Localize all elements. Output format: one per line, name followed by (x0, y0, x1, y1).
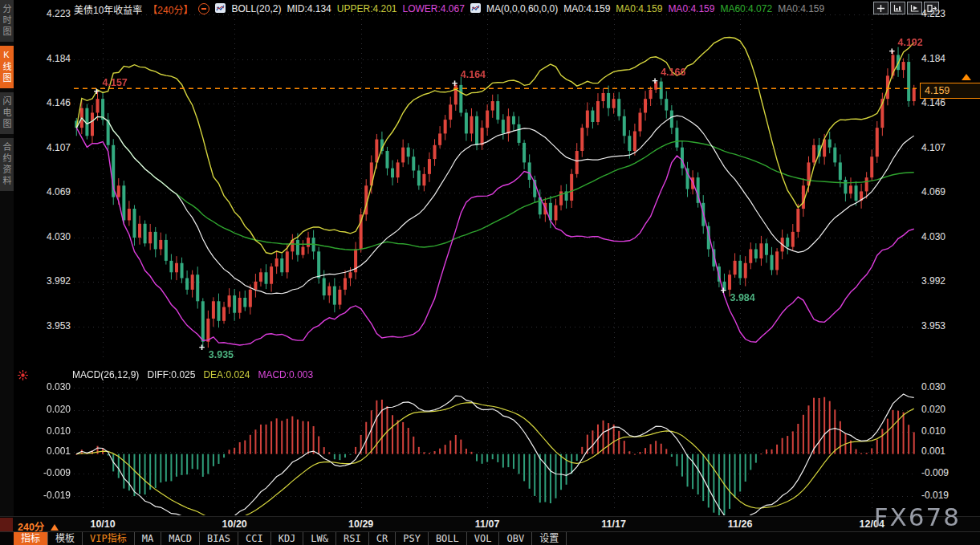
date-tick: 11/26 (712, 519, 768, 530)
macd-tick-left: 0.030 (32, 381, 71, 392)
macd-tick-left: -0.019 (32, 490, 71, 501)
macd-chart-canvas[interactable] (74, 374, 917, 515)
main-chart-canvas[interactable] (74, 11, 917, 362)
high-price-annotation: 4.166 (661, 67, 685, 78)
price-tick-right: 4.069 (921, 186, 960, 197)
toolbar-item-OBV[interactable]: OBV (499, 532, 532, 545)
toolbar-item-PSY[interactable]: PSY (396, 532, 429, 545)
price-tick-right: 4.146 (921, 97, 960, 108)
low-price-annotation: 3.935 (209, 349, 234, 360)
date-tick: 10/20 (206, 519, 262, 530)
low-price-annotation: 3.984 (730, 292, 754, 303)
macd-tick-left: -0.009 (32, 467, 71, 478)
corner-logo-block (0, 518, 13, 531)
extreme-cross-marker: + (452, 79, 458, 87)
macd-diff-value: DIFF:0.025 (147, 369, 195, 380)
macd-tick-right: -0.019 (921, 490, 960, 501)
toolbar-item-LW&[interactable]: LW& (303, 532, 336, 545)
toolbar-item-CR[interactable]: CR (369, 532, 396, 545)
macd-label: MACD(26,12,9) (72, 369, 139, 380)
price-tick-left: 3.953 (32, 320, 71, 331)
sidebar-tab-time-chart[interactable]: 分时图 (0, 0, 14, 42)
sidebar-tab-lightning-chart[interactable]: 闪电图 (0, 92, 14, 134)
price-tick-right: 4.030 (921, 231, 960, 242)
price-tick-left: 3.992 (32, 275, 71, 287)
extreme-cross-marker: + (94, 87, 100, 95)
macd-tick-left: 0.020 (32, 404, 71, 415)
extreme-cross-marker: + (889, 47, 895, 55)
macd-tick-right: 0.030 (921, 381, 960, 392)
date-tick: 10/10 (75, 519, 131, 530)
left-sidebar: 分时图 K线图 闪电图 合约资料 (0, 0, 14, 545)
price-tick-left: 4.146 (32, 97, 71, 108)
toolbar-item-MA[interactable]: MA (135, 532, 161, 545)
macd-tick-left: 0.001 (32, 445, 71, 457)
price-tick-right: 3.992 (921, 275, 960, 287)
sidebar-tab-kline-chart[interactable]: K线图 (0, 46, 14, 88)
fx678-watermark: FX678 (874, 502, 961, 531)
toolbar-item-KDJ[interactable]: KDJ (271, 532, 304, 545)
macd-tick-right: 0.001 (921, 445, 960, 457)
sidebar-tab-contract-info[interactable]: 合约资料 (0, 138, 14, 191)
price-tick-right: 4.107 (921, 142, 960, 153)
toolbar-item-RSI[interactable]: RSI (336, 532, 369, 545)
price-tick-left: 4.223 (32, 8, 71, 19)
high-price-annotation: 4.164 (461, 69, 486, 80)
toolbar-item-MACD[interactable]: MACD (161, 532, 200, 545)
macd-tick-left: 0.010 (32, 425, 71, 437)
price-tick-right: 4.184 (921, 53, 960, 64)
date-tick: 11/17 (586, 519, 642, 530)
extreme-cross-marker: + (199, 344, 205, 351)
price-tick-left: 4.107 (32, 142, 71, 153)
price-tick-left: 4.069 (32, 186, 71, 197)
toolbar-item-BOLL[interactable]: BOLL (429, 532, 467, 545)
macd-dea-value: DEA:0.024 (203, 369, 250, 380)
toolbar-item-设置[interactable]: 设置 (532, 532, 567, 545)
macd-settings-icon[interactable] (17, 369, 29, 384)
price-tick-left: 4.184 (32, 53, 71, 64)
macd-tick-right: -0.009 (921, 467, 960, 478)
date-tick: 11/07 (459, 519, 515, 530)
toolbar-item-模板[interactable]: 模板 (48, 532, 83, 545)
toolbar-item-BIAS[interactable]: BIAS (200, 532, 238, 545)
toolbar-item-VIP指标[interactable]: VIP指标 (83, 532, 135, 545)
macd-tick-right: 0.020 (921, 404, 960, 415)
price-up-arrow-icon (962, 74, 971, 80)
macd-tick-right: 0.010 (921, 425, 960, 437)
macd-indicator-header: MACD(26,12,9) DIFF:0.025 DEA:0.024 MACD:… (72, 369, 313, 380)
toolbar-item-CCI[interactable]: CCI (238, 532, 271, 545)
price-tick-left: 4.030 (32, 231, 71, 242)
price-tick-right: 4.223 (921, 8, 960, 19)
high-price-annotation: 4.157 (103, 77, 128, 88)
extreme-cross-marker: + (652, 77, 658, 84)
high-price-annotation: 4.192 (897, 37, 922, 48)
toolbar-item-指标[interactable]: 指标 (14, 532, 48, 545)
macd-macd-value: MACD:0.003 (258, 369, 313, 380)
timeframe-up-arrow-icon (51, 524, 59, 531)
current-price-box: 4.159 (920, 83, 980, 99)
toolbar-item-VOL[interactable]: VOL (467, 532, 500, 545)
extreme-cross-marker: + (720, 287, 726, 294)
indicator-toolbar: 指标模板VIP指标MAMACDBIASCCIKDJLW&RSICRPSYBOLL… (0, 531, 980, 545)
price-tick-right: 3.953 (921, 320, 960, 331)
date-tick: 10/29 (333, 519, 389, 530)
